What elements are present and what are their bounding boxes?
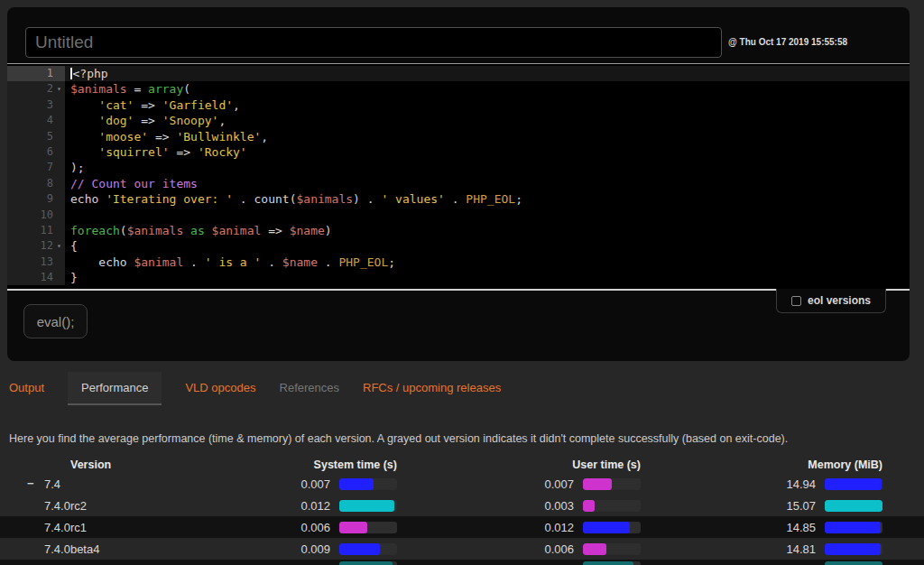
code-text[interactable]: 'dog' => 'Snoopy', [65,113,910,128]
code-line[interactable]: 4 'dog' => 'Snoopy', [7,113,910,128]
user-time-cell: 0.003 [397,495,641,516]
line-number: 14 [7,270,65,285]
eol-versions-box: eol versions [776,289,886,313]
collapse-minus-icon[interactable]: − [27,477,34,490]
table-header: VersionSystem time (s)User time (s)Memor… [0,457,924,473]
memory-value: 14.85 [786,521,816,534]
code-text[interactable] [65,208,910,223]
code-text[interactable]: ); [65,160,910,175]
table-row: 7.4.0rc10.0060.01214.85 [0,516,924,538]
line-number: 5 [7,129,65,144]
code-line[interactable]: 8// Count our items [7,176,910,191]
user-time-value: 0.006 [544,542,574,556]
line-number: 12▾ [7,238,65,254]
line-number: 4 [7,113,65,128]
column-header: System time (s) [271,458,397,471]
code-line[interactable]: 11foreach($animals as $animal => $name) [7,223,910,238]
code-text[interactable]: echo 'Iterating over: ' . count($animals… [65,191,910,207]
system-time-cell: 0.006 [271,516,397,538]
column-header: Version [0,458,271,471]
code-text[interactable]: { [65,238,910,254]
system-time-value: 0.009 [300,542,330,556]
snippet-timestamp: @ Thu Oct 17 2019 15:55:58 [728,37,847,47]
user-time-cell: 0.007 [397,473,641,495]
snippet-title-input[interactable] [25,27,722,58]
code-line[interactable]: 14} [7,270,910,285]
column-header: User time (s) [397,458,641,471]
memory-value: 14.94 [786,477,816,491]
table-row: 7.4.0beta40.0090.00614.81 [0,538,924,560]
system-time-cell: 0.007 [271,473,397,495]
version-label[interactable]: 7.4.0beta4 [0,542,271,556]
memory-cell [641,560,882,565]
user-time-bar [583,500,641,512]
line-number: 11 [7,223,65,238]
version-label[interactable]: 7.4.0rc2 [0,499,271,513]
memory-bar [825,561,882,565]
performance-table: VersionSystem time (s)User time (s)Memor… [0,457,924,565]
code-text[interactable]: 'cat' => 'Garfield', [65,97,910,113]
line-number: 3 [7,97,65,113]
tab-rfcs-upcoming-releases[interactable]: RFCs / upcoming releases [363,372,501,405]
code-line[interactable]: 10 [7,208,910,223]
user-time-bar [583,543,641,555]
system-time-bar [339,522,397,533]
code-line[interactable]: 5 'moose' => 'Bullwinkle', [7,129,910,144]
memory-bar [825,543,882,555]
memory-cell: 15.07 [641,495,882,516]
tab-vld-opcodes[interactable]: VLD opcodes [185,372,255,405]
eol-versions-label: eol versions [808,294,871,307]
code-line[interactable]: 3 'cat' => 'Garfield', [7,97,910,113]
line-number: 9 [7,191,65,207]
memory-cell: 14.81 [641,538,882,560]
line-number: 1 [7,66,65,81]
code-line[interactable]: 2▾$animals = array( [7,81,910,97]
result-tabs: OutputPerformanceVLD opcodesReferencesRF… [9,372,501,405]
tab-references: References [280,372,339,405]
code-text[interactable]: echo $animal . ' is a ' . $name . PHP_EO… [65,255,910,270]
user-time-bar [583,561,641,565]
column-header: Memory (MiB) [641,458,882,471]
code-text[interactable]: foreach($animals as $animal => $name) [65,223,910,238]
code-text[interactable]: $animals = array( [65,81,910,97]
memory-value: 15.07 [786,499,816,513]
memory-bar [825,478,882,490]
system-time-value: 0.012 [300,499,330,513]
code-line[interactable]: 6 'squirrel' => 'Rocky' [7,144,910,160]
memory-cell: 14.85 [641,516,882,538]
tab-performance[interactable]: Performance [68,372,162,405]
user-time-bar [583,478,641,490]
system-time-value: 0.007 [300,477,330,491]
line-number: 7 [7,160,65,175]
line-number: 10 [7,208,65,223]
tab-output[interactable]: Output [9,372,44,405]
user-time-value: 0.012 [544,521,574,534]
line-number: 13 [7,255,65,270]
code-line[interactable]: 1<?php [7,66,910,81]
fold-arrow-icon[interactable]: ▾ [53,81,65,97]
eol-versions-checkbox[interactable] [791,296,801,306]
code-editor[interactable]: 1<?php2▾$animals = array(3 'cat' => 'Gar… [7,63,910,291]
code-text[interactable]: } [65,270,910,285]
fold-arrow-icon[interactable]: ▾ [53,238,65,254]
code-line[interactable]: 13 echo $animal . ' is a ' . $name . PHP… [7,255,910,270]
version-label[interactable]: 7.4.0rc1 [0,521,271,534]
system-time-bar [339,500,397,512]
code-text[interactable]: // Count our items [65,176,910,191]
code-text[interactable]: 'moose' => 'Bullwinkle', [65,129,910,144]
code-text[interactable]: 'squirrel' => 'Rocky' [65,144,910,160]
version-label[interactable]: 7.4− [0,477,271,491]
system-time-cell: 0.012 [271,495,397,516]
user-time-cell: 0.006 [397,538,641,560]
code-line[interactable]: 12▾{ [7,238,910,254]
code-line[interactable]: 9echo 'Iterating over: ' . count($animal… [7,191,910,207]
code-line[interactable]: 7); [7,160,910,175]
eval-button[interactable]: eval(); [23,304,88,338]
memory-value: 14.81 [786,542,816,556]
memory-bar [825,522,882,533]
system-time-bar [339,478,397,490]
code-text[interactable]: <?php [65,66,910,81]
table-row: 7.4.0rc20.0120.00315.07 [0,495,924,516]
system-time-bar [339,543,397,555]
system-time-value: 0.006 [300,521,330,534]
